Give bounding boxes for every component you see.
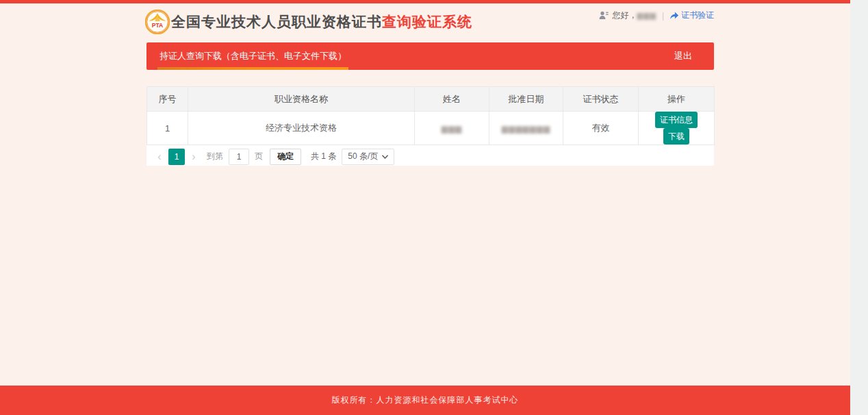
pagination-bar: ‹ 1 › 到第 页 确定 共 1 条 50 条/页 xyxy=(146,145,714,166)
col-header-status: 证书状态 xyxy=(563,87,639,112)
goto-suffix-label: 页 xyxy=(255,151,263,162)
cell-actions: 证书信息 下载 xyxy=(639,112,715,145)
greeting-text: 您好， xyxy=(612,10,637,21)
content-column: PTA 全国专业技术人员职业资格证书查询验证系统 您好， ▆▆▆ | xyxy=(146,3,714,166)
logout-button[interactable]: 退出 xyxy=(674,42,692,70)
logout-label: 退出 xyxy=(674,50,692,62)
active-tab-underline xyxy=(157,67,348,70)
window-right-gutter xyxy=(850,0,868,415)
total-count-label: 共 1 条 xyxy=(311,151,336,162)
col-header-qualification: 职业资格名称 xyxy=(188,87,415,112)
results-card: 序号 职业资格名称 姓名 批准日期 证书状态 操作 1 经济专业技术资格 ▆▆▆… xyxy=(146,86,714,166)
current-page-button[interactable]: 1 xyxy=(168,149,185,165)
table-header-row: 序号 职业资格名称 姓名 批准日期 证书状态 操作 xyxy=(147,87,715,112)
date-masked: ▆▆▆▆▆▆▆ xyxy=(502,124,551,134)
page-number-input[interactable] xyxy=(229,149,249,165)
user-icon xyxy=(599,11,609,20)
cell-status: 有效 xyxy=(563,112,639,145)
page-footer: 版权所有：人力资源和社会保障部人事考试中心 xyxy=(0,386,850,415)
page-background: PTA 全国专业技术人员职业资格证书查询验证系统 您好， ▆▆▆ | xyxy=(0,0,850,415)
certificate-info-button[interactable]: 证书信息 xyxy=(655,112,698,128)
next-page-arrow[interactable]: › xyxy=(189,151,199,163)
site-header: PTA 全国专业技术人员职业资格证书查询验证系统 您好， ▆▆▆ | xyxy=(146,3,714,42)
page-size-select[interactable]: 50 条/页 xyxy=(342,149,394,165)
cell-index: 1 xyxy=(147,112,188,145)
prev-page-arrow[interactable]: ‹ xyxy=(155,151,164,163)
col-header-name: 姓名 xyxy=(415,87,489,112)
chevron-down-icon xyxy=(382,155,388,159)
title-main: 全国专业技术人员职业资格证书 xyxy=(171,14,382,29)
col-header-date: 批准日期 xyxy=(489,87,563,112)
goto-prefix-label: 到第 xyxy=(207,151,223,162)
download-button[interactable]: 下载 xyxy=(663,128,689,144)
col-header-index: 序号 xyxy=(147,87,188,112)
user-bar: 您好， ▆▆▆ | 证书验证 xyxy=(599,10,714,21)
separator: | xyxy=(662,11,664,21)
nav-bar: 持证人查询下载（含电子证书、电子文件下载） 退出 xyxy=(146,42,714,70)
active-tab-label: 持证人查询下载（含电子证书、电子文件下载） xyxy=(159,50,346,62)
cell-date: ▆▆▆▆▆▆▆ xyxy=(489,112,563,145)
certificates-table: 序号 职业资格名称 姓名 批准日期 证书状态 操作 1 经济专业技术资格 ▆▆▆… xyxy=(146,86,715,145)
cell-name: ▆▆▆ xyxy=(415,112,489,145)
page-title: 全国专业技术人员职业资格证书查询验证系统 xyxy=(171,12,472,32)
name-masked: ▆▆▆ xyxy=(442,124,463,134)
col-header-actions: 操作 xyxy=(639,87,715,112)
cell-qualification: 经济专业技术资格 xyxy=(188,112,415,145)
page-size-value: 50 条/页 xyxy=(348,151,378,162)
title-suffix: 查询验证系统 xyxy=(382,14,472,29)
verify-link-label: 证书验证 xyxy=(681,10,714,21)
tab-holder-query-download[interactable]: 持证人查询下载（含电子证书、电子文件下载） xyxy=(157,42,348,70)
confirm-page-button[interactable]: 确定 xyxy=(270,149,301,165)
copyright-text: 版权所有：人力资源和社会保障部人事考试中心 xyxy=(332,394,519,406)
svg-text:PTA: PTA xyxy=(152,22,163,29)
share-arrow-icon xyxy=(669,11,679,20)
certificate-verify-link[interactable]: 证书验证 xyxy=(669,10,714,21)
brand: PTA 全国专业技术人员职业资格证书查询验证系统 xyxy=(145,10,472,34)
table-row: 1 经济专业技术资格 ▆▆▆ ▆▆▆▆▆▆▆ 有效 证书信息 下载 xyxy=(147,112,715,145)
user-name-masked: ▆▆▆ xyxy=(637,11,656,20)
pta-logo-icon: PTA xyxy=(145,10,170,34)
